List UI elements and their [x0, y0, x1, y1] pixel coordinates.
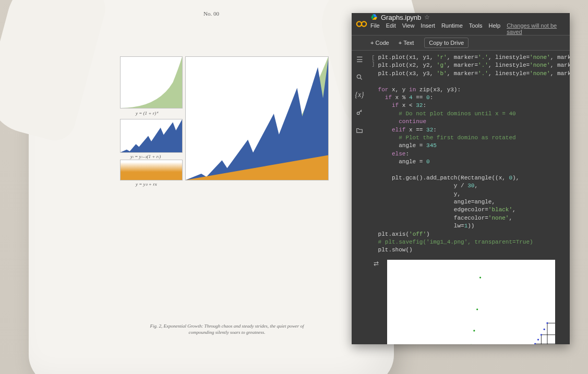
- cell-execution-indicator[interactable]: [ ]: [371, 54, 375, 255]
- shirt-plot-mid: [120, 119, 183, 153]
- svg-line-3: [361, 78, 362, 80]
- colab-window: Graphs.ipynb ☆ File Edit View Insert Run…: [352, 13, 570, 344]
- toc-icon[interactable]: ☰: [355, 55, 364, 64]
- colab-header: Graphs.ipynb ☆ File Edit View Insert Run…: [352, 13, 570, 35]
- menu-runtime[interactable]: Runtime: [441, 22, 463, 35]
- svg-point-0: [357, 21, 362, 26]
- svg-point-101: [473, 330, 475, 331]
- tshirt: No. 00 y = (1 + r)ˣ yᵢ = yᵢ₋₁(1 + rᵢ) y …: [29, 0, 394, 374]
- svg-rect-5: [387, 260, 555, 344]
- plot-output: [387, 260, 555, 344]
- menu-help[interactable]: Help: [489, 22, 501, 35]
- shirt-plot-bottom: [120, 160, 183, 180]
- menu-file[interactable]: File: [370, 22, 380, 35]
- save-status[interactable]: Changes will not be saved: [507, 22, 566, 35]
- shirt-eq2: yᵢ = yᵢ₋₁(1 + rᵢ): [130, 154, 161, 159]
- shirt-eq1: y = (1 + r)ˣ: [136, 111, 158, 116]
- search-icon[interactable]: [355, 73, 364, 82]
- menu-tools[interactable]: Tools: [469, 22, 483, 35]
- left-sidebar: ☰ {x}: [352, 51, 367, 344]
- colab-logo-icon[interactable]: [356, 18, 367, 30]
- menu-insert[interactable]: Insert: [421, 22, 435, 35]
- svg-point-153: [544, 328, 545, 330]
- code-cell[interactable]: [ ] plt.plot(x1, y1, 'r', marker='.', li…: [371, 54, 566, 255]
- add-code-button[interactable]: +Code: [367, 39, 392, 47]
- svg-point-2: [357, 75, 361, 78]
- svg-point-4: [357, 112, 359, 115]
- svg-point-151: [537, 339, 539, 340]
- secrets-icon[interactable]: [355, 108, 364, 117]
- notebook-filename[interactable]: Graphs.ipynb: [381, 14, 421, 21]
- notebook-content[interactable]: [ ] plt.plot(x1, y1, 'r', marker='.', li…: [367, 51, 570, 344]
- svg-point-154: [546, 322, 548, 323]
- star-icon[interactable]: ☆: [424, 14, 430, 21]
- shirt-caption: Fig. 2, Exponential Growth: Through chao…: [149, 323, 305, 335]
- svg-point-1: [362, 21, 366, 26]
- toolbar: +Code +Text Copy to Drive: [352, 35, 570, 51]
- add-text-button[interactable]: +Text: [395, 39, 417, 47]
- shirt-plot-large: [185, 56, 329, 180]
- shirt-eq3: y = y₀ + rx: [136, 182, 157, 187]
- files-icon[interactable]: [355, 126, 364, 135]
- variables-icon[interactable]: {x}: [355, 90, 364, 100]
- menu-bar: File Edit View Insert Runtime Tools Help…: [370, 22, 566, 35]
- shirt-plot-top: [120, 56, 183, 108]
- copy-to-drive-button[interactable]: Copy to Drive: [424, 38, 469, 48]
- drive-icon: [370, 14, 378, 21]
- svg-point-102: [476, 308, 478, 310]
- output-toggle-icon[interactable]: ⇄: [371, 259, 381, 268]
- code-editor[interactable]: plt.plot(x1, y1, 'r', marker='.', linest…: [378, 54, 570, 255]
- menu-edit[interactable]: Edit: [386, 22, 396, 35]
- shirt-tag: No. 00: [203, 10, 219, 17]
- svg-point-152: [541, 334, 542, 335]
- svg-point-103: [479, 276, 481, 278]
- menu-view[interactable]: View: [402, 22, 415, 35]
